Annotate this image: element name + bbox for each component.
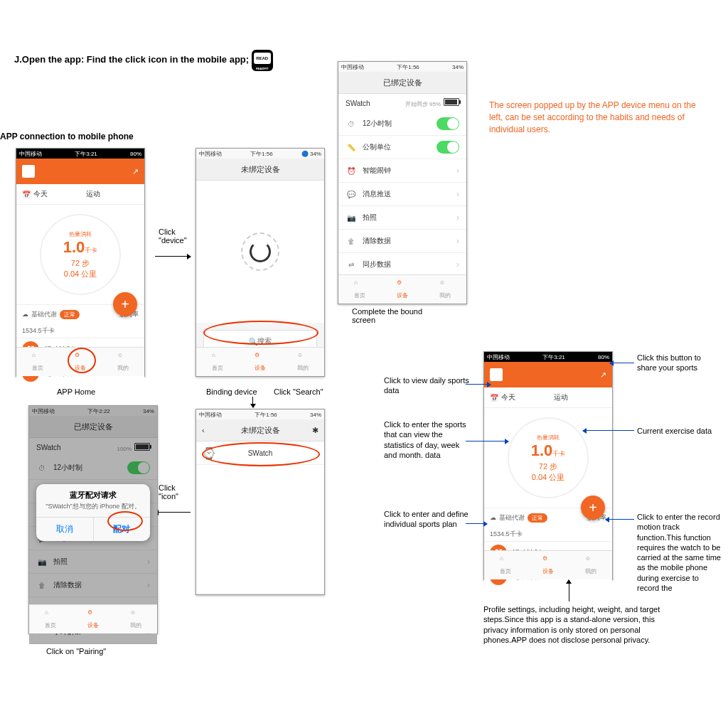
message-icon: 💬: [346, 188, 357, 200]
home-icon: ⌂: [32, 352, 43, 363]
caption-app-home: APP Home: [57, 387, 95, 396]
arrow-profile: [569, 580, 569, 601]
section-heading: J.Open the app: Find the click icon in t…: [14, 50, 273, 71]
orange-note: The screen popped up by the APP device m…: [489, 100, 702, 135]
callout-daily: Click to view daily sports data: [384, 375, 469, 396]
tab-mine[interactable]: ☺我的: [114, 605, 157, 633]
app-header: ↗: [16, 159, 144, 184]
phone-annotated-home: 中国移动下午3:2180% ↗ 📅 今天 运动 热量消耗 1.0千卡 72 步 …: [483, 351, 613, 580]
tab-mine[interactable]: ☺我的: [569, 551, 612, 579]
red-circle-search: [203, 321, 318, 345]
arrow-record: [606, 519, 634, 520]
tab-device[interactable]: ⚙设备: [239, 348, 282, 376]
cal-label: 热量消耗: [69, 230, 92, 238]
share-icon[interactable]: ↗: [132, 167, 139, 176]
phone-binding: 中国移动下午1:56🔵 34% 未绑定设备 🔍 搜索 ⌂首页 ⚙设备 ☺我的: [196, 148, 325, 377]
setting-camera[interactable]: 📷拍照›: [338, 206, 466, 230]
callout-profile: Profile settings, including height, weig…: [483, 604, 661, 645]
setting-notify[interactable]: 💬消息推送›: [338, 183, 466, 206]
caption-click-search: Click "Search": [274, 387, 323, 396]
exercise-circle[interactable]: 热量消耗 1.0千卡 72 步 0.04 公里: [484, 408, 612, 508]
exercise-circle[interactable]: 热量消耗 1.0千卡 72 步 0.04 公里: [16, 205, 144, 304]
settings-header: 已绑定设备: [338, 72, 466, 94]
status-bar: 中国移动下午1:5634%: [338, 62, 466, 72]
calendar-icon: 📅: [490, 394, 498, 402]
arrow-left-1: [155, 512, 191, 513]
tab-home[interactable]: ⌂首页: [196, 348, 239, 376]
cancel-button[interactable]: 取消: [36, 518, 94, 541]
bmr-badge: 正常: [60, 310, 80, 319]
phone-pairing: 中国移动下午2:2234% 已绑定设备 SWatch 100% ⏱12小时制 📏…: [28, 405, 158, 634]
tab-bar: ⌂首页 ⚙设备 ☺我的: [338, 274, 466, 304]
setting-alarm[interactable]: ⏰智能闹钟›: [338, 159, 466, 183]
arrow-down-1: [252, 397, 253, 407]
tab-home[interactable]: ⌂首页: [484, 551, 527, 579]
bmr-label: 基础代谢: [31, 310, 57, 319]
tab-home[interactable]: ⌂首页: [16, 348, 59, 376]
fab-add[interactable]: +: [113, 292, 137, 316]
cloud-icon: ☁: [22, 311, 28, 318]
arrow-current: [583, 430, 634, 431]
tab-mine[interactable]: ☺我的: [102, 348, 144, 376]
date-row[interactable]: 📅 今天 运动: [484, 387, 612, 408]
fab-add[interactable]: +: [581, 496, 605, 520]
binding-header: ‹未绑定设备✱: [196, 419, 324, 441]
callout-current: Current exercise data: [637, 427, 722, 435]
runner-icon: [490, 368, 503, 381]
steps-value: 72 步: [71, 258, 90, 269]
tab-device[interactable]: ⚙设备: [527, 551, 569, 579]
setting-clear[interactable]: 🗑清除数据›: [338, 230, 466, 253]
caption-pairing: Click on "Pairing": [46, 647, 106, 655]
today-label: 今天: [33, 189, 48, 199]
spinner-icon: [241, 232, 279, 271]
readfit-app-icon: [252, 50, 273, 71]
tab-device[interactable]: ⚙设备: [72, 605, 114, 633]
tab-home[interactable]: ⌂首页: [338, 275, 381, 304]
status-bar: 中国移动下午2:2234%: [29, 406, 157, 416]
callout-record: Click to enter the record motion track f…: [637, 512, 722, 593]
tab-mine[interactable]: ☺我的: [424, 275, 466, 304]
sport-title: 运动: [48, 189, 139, 199]
callout-plan: Click to enter and define individual spo…: [384, 509, 469, 530]
app-header: ↗: [484, 362, 612, 387]
phone-search-result: 中国移动下午1:5634% ‹未绑定设备✱ ⌚ SWatch: [196, 409, 325, 595]
toggle-metric[interactable]: [437, 141, 459, 154]
dialog-title: 蓝牙配对请求: [36, 484, 150, 502]
red-circle-pair: [107, 511, 143, 531]
ruler-icon: 📏: [346, 141, 357, 153]
label-click-icon: Click "icon": [159, 483, 194, 500]
trash-icon: 🗑: [346, 235, 357, 247]
swatch-status-row: SWatch 100%: [29, 438, 157, 456]
tab-device[interactable]: ⚙设备: [381, 275, 424, 304]
tab-bar: ⌂首页 ⚙设备 ☺我的: [196, 347, 324, 376]
arrow-daily: [466, 384, 491, 385]
arrow-stats: [466, 441, 508, 441]
share-icon[interactable]: ↗: [600, 370, 606, 380]
setting-metric[interactable]: 📏公制单位: [338, 136, 466, 159]
callout-stats: Click to enter the sports that can view …: [384, 419, 469, 460]
swatch-status-row: SWatch 开始同步 95%: [338, 94, 466, 112]
tab-bar: ⌂首页 ⚙设备 ☺我的: [29, 604, 157, 633]
status-bar: 中国移动下午3:2180%: [16, 149, 144, 159]
total-cal: 1534.5千卡: [16, 323, 144, 338]
setting-12hour[interactable]: ⏱12小时制: [338, 112, 466, 136]
cloud-icon: ☁: [490, 514, 496, 521]
phone-app-home: 中国移动下午3:2180% ↗ 📅 今天 运动 热量消耗 1.0千卡 72 步 …: [16, 148, 145, 377]
total-cal: 1534.5千卡: [484, 527, 612, 541]
date-row[interactable]: 📅 今天 运动: [16, 184, 144, 205]
red-circle-device: [68, 348, 96, 373]
callout-share: Click this button to share your sports: [637, 353, 722, 373]
label-click-device: Click "device": [159, 228, 194, 245]
arrow-plan: [466, 523, 487, 524]
tab-mine[interactable]: ☺我的: [282, 348, 324, 376]
distance-value: 0.04 公里: [64, 269, 97, 279]
camera-icon: 📷: [346, 212, 357, 223]
setting-sync[interactable]: ⇄同步数据›: [338, 253, 466, 277]
tab-home[interactable]: ⌂首页: [29, 605, 72, 633]
subsection-heading: APP connection to mobile phone: [0, 132, 134, 141]
status-bar: 中国移动下午3:2180%: [484, 352, 612, 362]
caption-complete: Complete the bound screen: [352, 307, 437, 324]
toggle-12h[interactable]: [437, 117, 459, 130]
status-bar: 中国移动下午1:5634%: [196, 410, 324, 419]
binding-header: 未绑定设备: [196, 159, 324, 181]
